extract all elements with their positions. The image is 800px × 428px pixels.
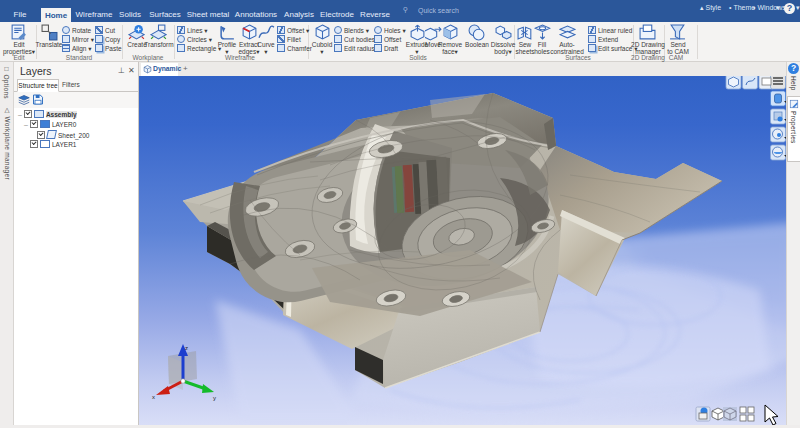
svg-text:y: y (213, 395, 216, 401)
svg-text:x: x (152, 394, 155, 400)
svg-text:z: z (185, 345, 188, 351)
